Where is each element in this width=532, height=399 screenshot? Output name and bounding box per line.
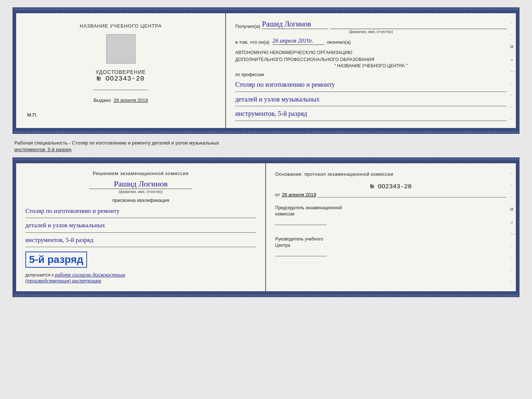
org-block: АВТОНОМНУЮ НЕКОММЕРЧЕСКУЮ ОРГАНИЗАЦИЮ ДО… [235, 49, 507, 68]
po-professii-label: по профессии [235, 72, 507, 77]
side-dash-b2: – [510, 183, 515, 187]
specialty-text-line1: Рабочая специальность - Столяр по изгото… [14, 140, 219, 146]
org-name: " НАЗВАНИЕ УЧЕБНОГО ЦЕНТРА " [235, 63, 507, 68]
instruktsii-text: (производственным) инструкциям [25, 278, 101, 284]
udost-block: УДОСТОВЕРЕНИЕ № OO2343-20 [96, 69, 146, 82]
cert-bottom-left: Решением экзаменационной комиссии Рашид … [16, 163, 266, 291]
prof-line1-top: Столяр по изготовлению и ремонту [235, 79, 507, 92]
ot-date: 26 апреля 2019 [282, 192, 316, 197]
fio-subtitle-top: (фамилия, имя, отчество) [235, 30, 507, 34]
top-certificate-wrapper: НАЗВАНИЕ УЧЕБНОГО ЦЕНТРА УДОСТОВЕРЕНИЕ №… [12, 7, 520, 134]
ot-dash-line [318, 197, 507, 197]
vtom-line: в том, что он(а) 26 апреля 2019г. окончи… [235, 38, 507, 45]
protocol-number: № OO2343-20 [275, 183, 507, 190]
predsedatel-label-text: Председатель экзаменационной [275, 205, 342, 210]
udost-title: УДОСТОВЕРЕНИЕ [96, 69, 146, 75]
cert-top-left: НАЗВАНИЕ УЧЕБНОГО ЦЕНТРА УДОСТОВЕРЕНИЕ №… [16, 13, 226, 128]
profession-block-bottom: Столяр по изготовлению и ремонту деталей… [25, 205, 256, 247]
udost-number: № OO2343-20 [96, 75, 146, 82]
side-dash-b6: – [510, 268, 515, 272]
side-dash-3: ←- [510, 69, 515, 73]
bottom-certificate: Решением экзаменационной комиссии Рашид … [13, 160, 519, 294]
side-dash-b3: – [510, 195, 515, 199]
recipient-name-bottom: Рашид Логинов [89, 179, 192, 189]
side-dash-1: – [510, 21, 515, 25]
vtom-label: в том, что он(а) [235, 39, 269, 45]
ot-label: от [275, 192, 280, 197]
mp-label: М.П. [27, 112, 37, 118]
ot-line: от 26 апреля 2019 [275, 192, 507, 197]
side-dashes-top: – – И ,а ←- – – – – [510, 13, 515, 128]
prof-line2-bottom: деталей и узлов музыкальных [25, 220, 256, 232]
rukovoditel-label-text: Руководитель учебного [275, 236, 323, 242]
side-dashes-bottom: – – – И ,а ←- – – – – [510, 163, 515, 291]
work-text: работе согласно должностным [55, 272, 125, 278]
dash-line [330, 29, 507, 29]
side-dash-2: – [510, 32, 515, 36]
cert-bottom-right: Основание: протокол экзаменационной коми… [266, 163, 516, 291]
rank-text: 5-й разряд [29, 254, 83, 265]
center-title-top: НАЗВАНИЕ УЧЕБНОГО ЦЕНТРА [80, 23, 162, 29]
org-line1: АВТОНОМНУЮ НЕКОММЕРЧЕСКУЮ ОРГАНИЗАЦИЮ [235, 49, 507, 56]
side-dash-b5: – [510, 256, 515, 260]
rukovoditel-sig-line [275, 256, 327, 256]
specialty-text-line2: инструментов, 5-й разряд [14, 147, 71, 152]
prof-line3-bottom: инструментов, 5-й разряд [25, 234, 256, 247]
vydano-date: 26 апреля 2019 [114, 97, 148, 103]
left-middle-block: УДОСТОВЕРЕНИЕ № OO2343-20 Выдано 26 апре… [93, 34, 148, 103]
dopuskaetsya-block: допускается к работе согласно должностны… [25, 272, 256, 284]
prof-line3-top: инструментов, 5-й разряд [235, 108, 507, 121]
rukovoditel-label2-text: Центра [275, 243, 290, 248]
profession-block-top: Столяр по изготовлению и ремонту деталей… [235, 79, 507, 121]
rukovoditel-label: Руководитель учебного Центра [275, 236, 507, 249]
resheniem-label: Решением экзаменационной комиссии [25, 171, 256, 176]
document-container: НАЗВАНИЕ УЧЕБНОГО ЦЕНТРА УДОСТОВЕРЕНИЕ №… [12, 7, 520, 297]
side-dash-a: ,а [510, 57, 515, 61]
top-certificate: НАЗВАНИЕ УЧЕБНОГО ЦЕНТРА УДОСТОВЕРЕНИЕ №… [13, 10, 519, 131]
recipient-name-top: Рашид Логинов [262, 20, 328, 29]
stamp-area [106, 34, 136, 64]
side-dash-b1: – [510, 171, 515, 175]
org-line2: ДОПОЛНИТЕЛЬНОГО ПРОФЕССИОНАЛЬНОГО ОБРАЗО… [235, 56, 507, 63]
vydano-line: Выдано 26 апреля 2019 [93, 97, 148, 103]
side-dash-4: – [510, 81, 515, 85]
predsedatel-label2-text: комиссии [275, 211, 294, 217]
side-dash-6: – [510, 104, 515, 108]
predsedatel-sig-line [275, 225, 327, 225]
prisvoena-label: присвоена квалификация [25, 197, 256, 203]
specialty-text-block: Рабочая специальность - Столяр по изгото… [12, 138, 520, 154]
osnovanie-text: Основание: протокол экзаменационной коми… [275, 171, 507, 178]
poluchil-label: Получил(а) [235, 24, 260, 29]
rukovoditel-block: Руководитель учебного Центра [275, 236, 507, 256]
side-dash-i: И [510, 44, 515, 50]
side-dash-b4: – [510, 244, 515, 248]
fio-subtitle-bottom: (фамилия, имя, отчество) [25, 190, 256, 194]
rank-box: 5-й разряд [25, 252, 87, 268]
side-dash-5: – [510, 93, 515, 97]
prof-line1-bottom: Столяр по изготовлению и ремонту [25, 205, 256, 218]
recipient-block-bottom: Рашид Логинов (фамилия, имя, отчество) [25, 179, 256, 194]
side-dash-bi: И [510, 207, 515, 212]
recipient-line: Получил(а) Рашид Логинов [235, 20, 507, 29]
okonchil-label: окончил(а) [327, 39, 351, 45]
cert-top-right: Получил(а) Рашид Логинов (фамилия, имя, … [226, 13, 516, 128]
dopuskaetsya-label: допускается к [25, 272, 54, 278]
prof-line2-top: деталей и узлов музыкальных [235, 93, 507, 106]
side-dash-bk: ←- [510, 232, 515, 236]
date-handwritten-top: 26 апреля 2019г. [273, 38, 324, 45]
bottom-border-texture-bottom [13, 294, 519, 296]
bottom-border-texture-top [13, 131, 519, 133]
vydano-label: Выдано [93, 97, 111, 103]
predsedatel-label: Председатель экзаменационной комиссии [275, 205, 507, 217]
side-dash-7: – [510, 116, 515, 120]
side-dash-ba: ,а [510, 220, 515, 224]
divider-line [93, 90, 148, 90]
side-dash-b7: – [510, 279, 515, 284]
bottom-certificate-wrapper: Решением экзаменационной комиссии Рашид … [12, 157, 520, 297]
predsedatel-block: Председатель экзаменационной комиссии [275, 205, 507, 225]
